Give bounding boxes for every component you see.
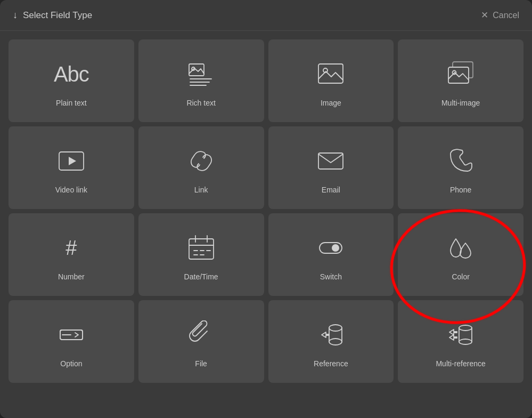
field-card-rich-text[interactable]: Rich text	[138, 39, 264, 122]
field-card-number[interactable]: # Number	[9, 213, 134, 296]
field-card-phone[interactable]: Phone	[398, 126, 523, 209]
field-card-date-time[interactable]: Date/Time	[138, 213, 264, 296]
field-card-file[interactable]: File	[138, 300, 264, 383]
cancel-button[interactable]: ✕ Cancel	[481, 10, 519, 21]
svg-point-35	[459, 339, 472, 344]
dialog-header: ↓ Select Field Type ✕ Cancel	[0, 0, 532, 31]
svg-rect-8	[448, 67, 469, 83]
field-label: Number	[58, 272, 85, 281]
image-icon	[315, 58, 347, 90]
field-card-video-link[interactable]: Video link	[9, 126, 134, 209]
multi-reference-icon	[445, 319, 477, 351]
plain-text-icon: Abc	[55, 58, 87, 90]
svg-point-31	[329, 339, 342, 345]
field-label: Phone	[450, 186, 471, 194]
field-card-email[interactable]: Email	[268, 126, 394, 209]
field-label: Plain text	[56, 99, 87, 107]
svg-rect-5	[318, 64, 343, 83]
svg-marker-11	[69, 157, 76, 165]
field-card-reference[interactable]: Reference	[268, 300, 394, 383]
field-card-option[interactable]: Option	[9, 300, 134, 383]
field-card-switch[interactable]: Switch	[268, 213, 394, 296]
down-arrow-icon: ↓	[13, 10, 18, 21]
close-icon: ✕	[481, 10, 488, 21]
email-icon	[315, 145, 347, 177]
svg-rect-12	[318, 153, 343, 169]
field-type-grid: Abc Plain text Rich text	[0, 31, 532, 391]
field-label: Switch	[320, 272, 342, 281]
svg-point-28	[329, 325, 342, 331]
date-time-icon	[185, 232, 217, 264]
field-card-plain-text[interactable]: Abc Plain text	[9, 39, 134, 122]
field-label: Color	[452, 272, 469, 281]
svg-point-32	[459, 325, 472, 331]
field-label: Multi-reference	[436, 359, 485, 368]
svg-point-23	[332, 244, 339, 252]
phone-icon	[445, 145, 477, 177]
field-card-multi-image[interactable]: Multi-image	[398, 39, 523, 122]
color-icon	[445, 232, 477, 264]
cancel-label: Cancel	[493, 11, 519, 20]
field-card-color[interactable]: Color	[398, 213, 523, 296]
number-icon: #	[55, 232, 87, 264]
option-icon	[55, 319, 87, 351]
dialog-title: Select Field Type	[23, 10, 92, 21]
field-label: Video link	[55, 186, 87, 194]
field-label: Email	[322, 186, 340, 194]
svg-rect-13	[189, 239, 214, 259]
field-card-link[interactable]: Link	[138, 126, 264, 209]
video-link-icon	[55, 145, 87, 177]
link-icon	[185, 145, 217, 177]
reference-icon	[315, 319, 347, 351]
multi-image-icon	[445, 58, 477, 90]
field-card-multi-reference[interactable]: Multi-reference	[398, 300, 523, 383]
field-label: Image	[321, 99, 341, 107]
field-card-image[interactable]: Image	[268, 39, 394, 122]
field-label: Option	[60, 359, 82, 368]
field-label: Rich text	[186, 99, 215, 107]
field-label: Link	[194, 186, 208, 194]
field-label: Multi-image	[441, 99, 480, 107]
select-field-type-dialog: ↓ Select Field Type ✕ Cancel Abc Plain t…	[0, 0, 532, 418]
rich-text-icon	[185, 58, 217, 90]
switch-icon	[315, 232, 347, 264]
field-label: File	[195, 359, 207, 368]
field-label: Reference	[314, 359, 348, 368]
field-label: Date/Time	[184, 272, 218, 281]
file-icon	[185, 319, 217, 351]
header-title-area: ↓ Select Field Type	[13, 10, 92, 21]
